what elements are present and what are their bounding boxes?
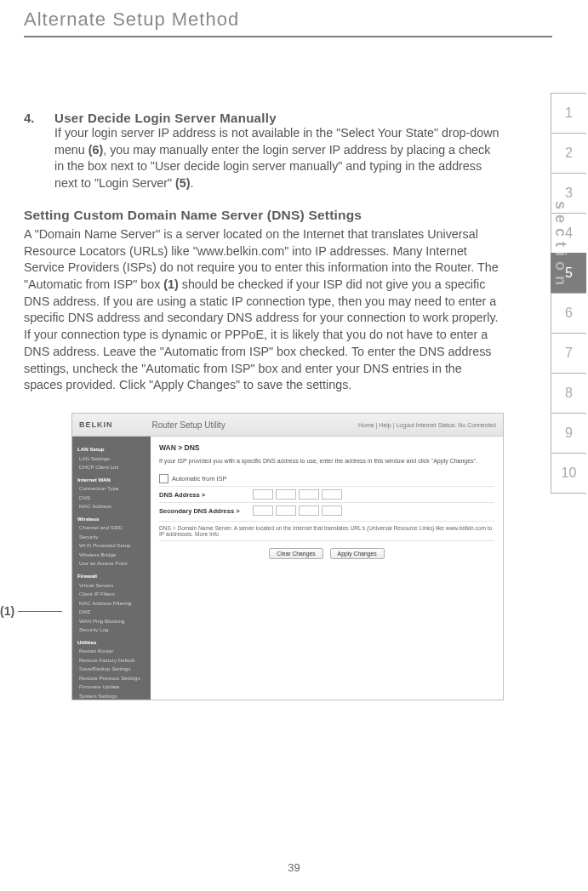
step-ref-6: (6) bbox=[88, 143, 103, 157]
sidebar-item[interactable]: DMZ bbox=[77, 608, 146, 617]
sidebar-group: Wireless bbox=[77, 515, 146, 524]
secondary-dns-octet-input[interactable] bbox=[322, 505, 342, 516]
apply-changes-button[interactable]: Apply Changes bbox=[330, 548, 385, 559]
section-tabs: section 12345678910 bbox=[551, 94, 588, 494]
sidebar-item[interactable]: MAC Address bbox=[77, 502, 146, 511]
sidebar-item[interactable]: DNS bbox=[77, 494, 146, 503]
section-tab-7[interactable]: 7 bbox=[551, 333, 586, 374]
sidebar-item[interactable]: DHCP Client List bbox=[77, 463, 146, 472]
dns-octet-input[interactable] bbox=[276, 489, 296, 500]
sidebar-item[interactable]: Virtual Servers bbox=[77, 581, 146, 591]
sidebar-item[interactable]: Security Log bbox=[77, 625, 146, 635]
page-number: 39 bbox=[0, 861, 588, 874]
sidebar-item[interactable]: Channel and SSID bbox=[77, 523, 146, 533]
sidebar-item[interactable]: MAC Address Filtering bbox=[77, 599, 146, 608]
dns-octet-input[interactable] bbox=[253, 489, 273, 500]
router-main-panel: WAN > DNS If your ISP provided you with … bbox=[151, 437, 503, 700]
sidebar-item[interactable]: Client IP Filters bbox=[77, 590, 146, 599]
section-tab-1[interactable]: 1 bbox=[551, 93, 586, 134]
step-body: If your login server IP address is not a… bbox=[54, 125, 501, 192]
section-vertical-label: section bbox=[551, 201, 569, 290]
sidebar-item[interactable]: Use as Access Point bbox=[77, 559, 146, 568]
dns-octet-input[interactable] bbox=[322, 489, 342, 500]
dns-address-label: DNS Address > bbox=[159, 491, 253, 499]
sidebar-item[interactable]: Restore Previous Settings bbox=[77, 674, 146, 683]
sidebar-item[interactable]: Save/Backup Settings bbox=[77, 665, 146, 674]
step-number: 4. bbox=[24, 111, 39, 192]
router-topbar: BELKIN Router Setup Utility Home | Help … bbox=[72, 414, 503, 437]
router-app-title: Router Setup Utility bbox=[152, 420, 225, 430]
dns-body: A "Domain Name Server" is a server locat… bbox=[24, 226, 501, 394]
step-4: 4. User Decide Login Server Manually If … bbox=[24, 111, 501, 192]
dns-ref-1: (1) bbox=[163, 277, 178, 291]
breadcrumb: WAN > DNS bbox=[159, 443, 494, 452]
dns-body-post: should be checked if your ISP did not gi… bbox=[24, 277, 499, 391]
section-tab-2[interactable]: 2 bbox=[551, 133, 586, 174]
dns-octet-input[interactable] bbox=[299, 489, 319, 500]
section-tab-8[interactable]: 8 bbox=[551, 373, 586, 414]
dns-note: DNS = Domain Name Server. A server locat… bbox=[159, 521, 494, 541]
sidebar-item[interactable]: Security bbox=[77, 533, 146, 542]
section-tab-9[interactable]: 9 bbox=[551, 413, 586, 454]
clear-changes-button[interactable]: Clear Changes bbox=[269, 548, 323, 559]
sidebar-item[interactable]: Wireless Bridge bbox=[77, 551, 146, 560]
brand-logo: BELKIN bbox=[79, 420, 113, 429]
callout-1-label: (1) bbox=[0, 604, 14, 618]
step-ref-5: (5) bbox=[175, 176, 190, 190]
topbar-right-links[interactable]: Home | Help | Logout Internet Status: No… bbox=[358, 422, 496, 428]
auto-from-isp-label: Automatic from ISP bbox=[172, 475, 227, 483]
sidebar-item[interactable]: Restore Factory Default bbox=[77, 656, 146, 665]
sidebar-item[interactable]: Restart Router bbox=[77, 647, 146, 656]
auto-from-isp-checkbox[interactable] bbox=[159, 474, 168, 483]
router-ui-screenshot: BELKIN Router Setup Utility Home | Help … bbox=[71, 413, 504, 700]
secondary-dns-octet-input[interactable] bbox=[276, 505, 296, 516]
sidebar-group: LAN Setup bbox=[77, 445, 146, 454]
sidebar-item[interactable]: Firmware Update bbox=[77, 683, 146, 692]
sidebar-group: Internet WAN bbox=[77, 476, 146, 485]
step-body-mid: , you may manually enter the login serve… bbox=[54, 143, 490, 190]
sidebar-item[interactable]: WAN Ping Blocking bbox=[77, 617, 146, 626]
header-rule bbox=[24, 36, 552, 37]
page-header-title: Alternate Setup Method bbox=[24, 9, 552, 31]
step-body-post: . bbox=[191, 176, 194, 190]
secondary-dns-octet-input[interactable] bbox=[253, 505, 273, 516]
secondary-dns-row: Secondary DNS Address > bbox=[159, 502, 494, 518]
step-title: User Decide Login Server Manually bbox=[54, 111, 501, 125]
sidebar-item[interactable]: Connection Type bbox=[77, 484, 146, 494]
sidebar-item[interactable]: Wi-Fi Protected Setup bbox=[77, 541, 146, 551]
sidebar-group: Utilities bbox=[77, 638, 146, 648]
sidebar-item[interactable]: LAN Settings bbox=[77, 454, 146, 464]
router-sidebar: LAN SetupLAN SettingsDHCP Client ListInt… bbox=[72, 437, 151, 700]
callout-1-line bbox=[18, 611, 62, 612]
sidebar-item[interactable]: System Settings bbox=[77, 692, 146, 700]
dns-heading: Setting Custom Domain Name Server (DNS) … bbox=[24, 208, 501, 223]
section-tab-10[interactable]: 10 bbox=[551, 453, 586, 494]
section-tab-6[interactable]: 6 bbox=[551, 293, 586, 334]
auto-from-isp-row: Automatic from ISP bbox=[159, 471, 494, 486]
dns-intro-text: If your ISP provided you with a specific… bbox=[159, 457, 494, 465]
sidebar-group: Firewall bbox=[77, 572, 146, 581]
callout-1: (1) bbox=[0, 604, 62, 618]
secondary-dns-octet-input[interactable] bbox=[299, 505, 319, 516]
dns-address-row: DNS Address > bbox=[159, 486, 494, 502]
secondary-dns-label: Secondary DNS Address > bbox=[159, 507, 253, 515]
